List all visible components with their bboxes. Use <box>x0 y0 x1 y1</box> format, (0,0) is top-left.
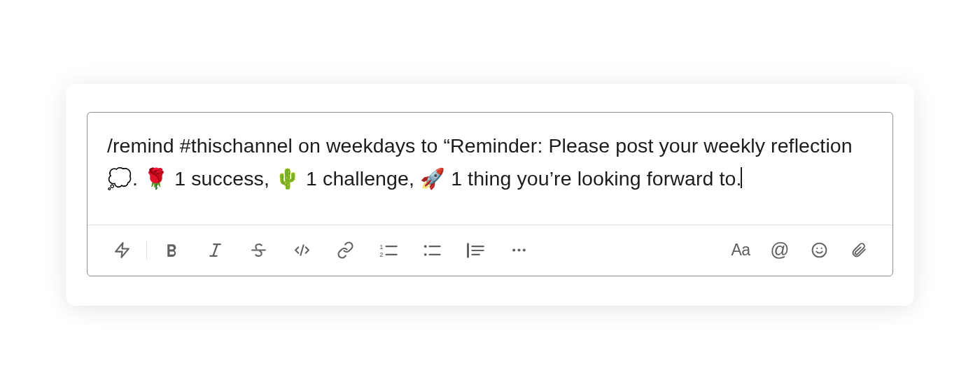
blockquote-button[interactable] <box>458 236 493 264</box>
italic-button[interactable] <box>197 236 232 264</box>
ellipsis-icon <box>510 241 528 259</box>
text-format-button[interactable]: Aa <box>723 236 758 264</box>
bold-button[interactable] <box>154 236 189 264</box>
composer-card: /remind #thischannel on weekdays to “Rem… <box>66 84 914 306</box>
svg-line-3 <box>213 244 217 256</box>
bold-icon <box>163 241 181 259</box>
strikethrough-button[interactable] <box>241 236 276 264</box>
ordered-list-icon: 1 2 <box>379 242 398 259</box>
strikethrough-icon <box>250 241 267 259</box>
svg-point-19 <box>517 248 520 251</box>
rocket-emoji: 🚀 <box>420 167 445 190</box>
bulleted-list-icon <box>422 242 442 259</box>
text-segment: 1 thing you’re looking forward to. <box>445 167 741 190</box>
more-formatting-button[interactable] <box>501 236 536 264</box>
svg-point-18 <box>512 248 515 251</box>
svg-point-23 <box>820 248 822 249</box>
shortcuts-button[interactable] <box>104 236 139 264</box>
ordered-list-button[interactable]: 1 2 <box>371 236 406 264</box>
at-icon: @ <box>770 239 789 261</box>
text-segment: 1 challenge, <box>300 167 420 190</box>
svg-point-10 <box>424 245 427 248</box>
formatting-toolbar: 1 2 <box>88 225 892 276</box>
thought-bubble-emoji: 💭 <box>107 167 132 190</box>
text-segment: 1 success, <box>169 167 275 190</box>
text-segment: . <box>132 167 144 190</box>
emoji-button[interactable] <box>802 236 836 264</box>
svg-text:2: 2 <box>379 251 383 258</box>
message-composer: /remind #thischannel on weekdays to “Rem… <box>87 112 893 276</box>
text-segment: /remind #thischannel on weekdays to “Rem… <box>107 134 853 157</box>
code-icon <box>293 241 311 259</box>
svg-marker-0 <box>115 243 129 257</box>
svg-point-11 <box>424 253 427 255</box>
aa-icon: Aa <box>731 241 750 260</box>
toolbar-divider <box>146 241 147 260</box>
lightning-icon <box>113 241 131 259</box>
cactus-emoji: 🌵 <box>275 167 300 190</box>
rose-emoji: 🌹 <box>144 167 169 190</box>
paperclip-icon <box>850 241 867 259</box>
link-button[interactable] <box>328 236 363 264</box>
attach-button[interactable] <box>841 236 876 264</box>
svg-point-22 <box>816 248 818 249</box>
mention-button[interactable]: @ <box>762 236 797 264</box>
bulleted-list-button[interactable] <box>414 236 449 264</box>
message-input[interactable]: /remind #thischannel on weekdays to “Rem… <box>88 113 892 225</box>
italic-icon <box>206 241 224 259</box>
blockquote-icon <box>465 242 485 259</box>
text-cursor <box>741 167 742 188</box>
svg-point-20 <box>522 248 525 251</box>
svg-line-5 <box>300 245 303 255</box>
link-icon <box>337 241 354 259</box>
smile-icon <box>811 241 828 259</box>
svg-text:1: 1 <box>379 243 383 250</box>
svg-point-21 <box>812 243 826 257</box>
code-button[interactable] <box>284 236 319 264</box>
